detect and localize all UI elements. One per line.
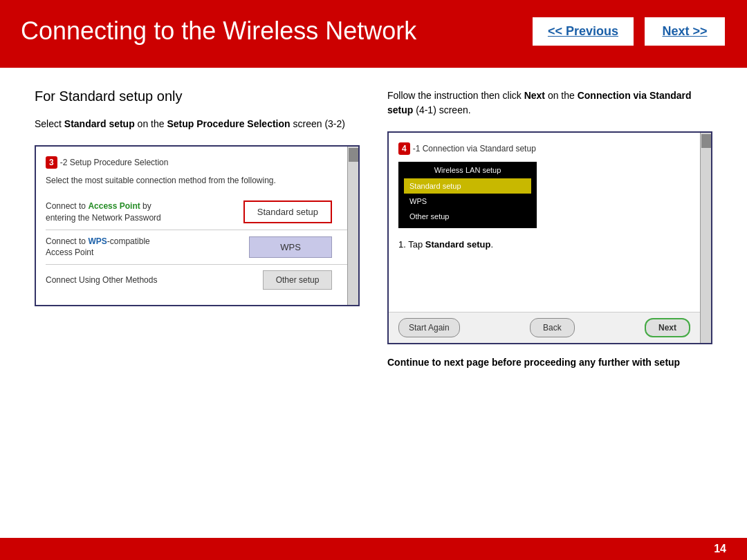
tap-bold: Standard setup bbox=[425, 239, 491, 250]
right-instruction: Follow the instruction then click Next o… bbox=[387, 88, 712, 118]
option-row-standard: Connect to Access Point by entering the … bbox=[46, 195, 349, 230]
bold-setup-procedure: Setup Procedure Selection bbox=[167, 118, 290, 129]
next-button[interactable]: Next >> bbox=[643, 16, 726, 47]
step3-header: 3-2 Setup Procedure Selection bbox=[46, 156, 349, 169]
left-instruction: Select Standard setup on the Setup Proce… bbox=[35, 117, 360, 131]
opt1-prefix: Connect to bbox=[46, 201, 88, 211]
option-row-wps: Connect to WPS-compatible Access Point W… bbox=[46, 230, 349, 265]
wps-button[interactable]: WPS bbox=[249, 236, 332, 258]
back-button[interactable]: Back bbox=[530, 318, 575, 337]
option-row-other: Connect Using Other Methods Other setup bbox=[46, 265, 349, 295]
opt2-blue: WPS bbox=[88, 236, 107, 246]
main-content: For Standard setup only Select Standard … bbox=[0, 68, 747, 538]
header: Connecting to the Wireless Network << Pr… bbox=[0, 0, 747, 62]
menu-item-other[interactable]: Other setup bbox=[404, 209, 531, 224]
left-scrollbar bbox=[347, 147, 358, 305]
page-number: 14 bbox=[714, 543, 726, 555]
standard-setup-button[interactable]: Standard setup bbox=[243, 200, 332, 223]
footer: 14 bbox=[0, 538, 747, 560]
other-setup-button[interactable]: Other setup bbox=[263, 270, 332, 290]
step3-subtext: Select the most suitable connection meth… bbox=[46, 176, 349, 185]
section-title: For Standard setup only bbox=[35, 88, 360, 104]
bold-standard-setup: Standard setup bbox=[64, 118, 135, 129]
step3-badge: 3 bbox=[46, 156, 57, 169]
device-screen-title: Wireless LAN setup bbox=[404, 166, 531, 174]
scrollbar-thumb bbox=[349, 148, 358, 162]
opt2-prefix: Connect to bbox=[46, 236, 88, 246]
step3-suffix: -2 Setup Procedure Selection bbox=[60, 158, 169, 167]
option1-label: Connect to Access Point by entering the … bbox=[46, 200, 170, 224]
option3-label: Connect Using Other Methods bbox=[46, 274, 157, 286]
left-column: For Standard setup only Select Standard … bbox=[35, 88, 360, 517]
right-scrollbar-thumb bbox=[701, 134, 711, 148]
start-again-button[interactable]: Start Again bbox=[398, 318, 460, 337]
ri-bold1: Next bbox=[524, 90, 545, 101]
screenshot-bottom-buttons: Start Again Back Next bbox=[389, 312, 711, 343]
instr-text-2: on the bbox=[138, 118, 167, 129]
menu-item-standard[interactable]: Standard setup bbox=[404, 178, 531, 194]
right-screenshot: 4-1 Connection via Standard setup Wirele… bbox=[387, 131, 712, 344]
ri-middle: on the bbox=[545, 90, 578, 101]
step4-badge: 4 bbox=[398, 142, 410, 155]
inner-next-button[interactable]: Next bbox=[645, 318, 690, 337]
previous-button[interactable]: << Previous bbox=[531, 16, 635, 47]
step4-header: 4-1 Connection via Standard setup bbox=[398, 142, 701, 155]
menu-item-wps[interactable]: WPS bbox=[404, 194, 531, 209]
red-separator bbox=[0, 62, 747, 68]
option2-label: Connect to WPS-compatible Access Point bbox=[46, 236, 170, 259]
tap-suffix: . bbox=[490, 239, 493, 250]
continue-text: Continue to next page before proceeding … bbox=[387, 355, 712, 370]
nav-buttons: << Previous Next >> bbox=[531, 16, 726, 47]
left-screenshot: 3-2 Setup Procedure Selection Select the… bbox=[35, 145, 360, 306]
tap-prefix: 1. Tap bbox=[398, 239, 425, 250]
right-scrollbar bbox=[700, 133, 711, 343]
ri-prefix: Follow the instruction then click bbox=[387, 90, 524, 101]
tap-instruction: 1. Tap Standard setup. bbox=[398, 239, 701, 250]
right-column: Follow the instruction then click Next o… bbox=[387, 88, 712, 517]
step4-suffix: -1 Connection via Standard setup bbox=[413, 144, 536, 153]
instr-text-3: screen (3-2) bbox=[293, 118, 345, 129]
device-screen: Wireless LAN setup Standard setup WPS Ot… bbox=[398, 162, 537, 228]
page-title: Connecting to the Wireless Network bbox=[21, 17, 416, 46]
ri-suffix: (4-1) screen. bbox=[416, 104, 470, 115]
opt1-green: Access Point bbox=[88, 201, 140, 211]
